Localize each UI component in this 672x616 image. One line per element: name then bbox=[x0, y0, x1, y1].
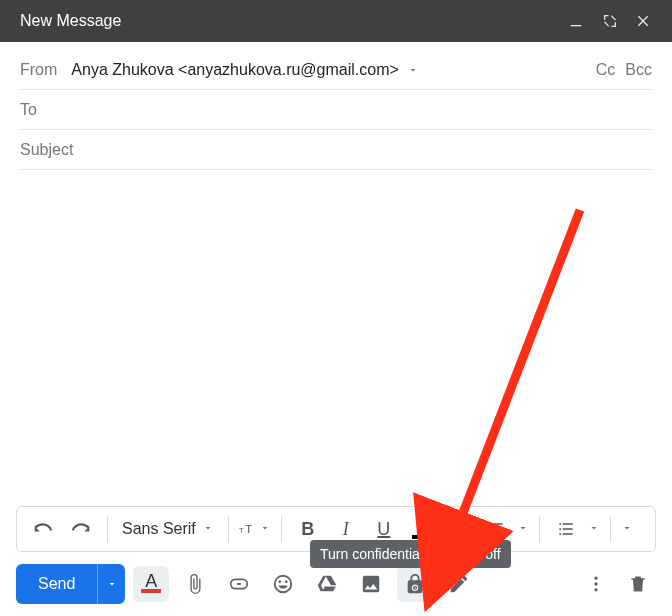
bold-button[interactable]: B bbox=[292, 513, 324, 545]
to-input[interactable] bbox=[51, 101, 652, 119]
formatting-toolbar: Sans Serif T T B I U A bbox=[16, 506, 656, 552]
insert-link-button[interactable] bbox=[221, 566, 257, 602]
titlebar: New Message bbox=[0, 0, 672, 42]
more-formatting-button[interactable] bbox=[621, 520, 633, 538]
more-options-button[interactable] bbox=[578, 566, 614, 602]
from-value[interactable]: Anya Zhukova <anyazhukova.ru@gmail.com> bbox=[71, 61, 399, 79]
confidential-mode-button[interactable] bbox=[397, 566, 433, 602]
insert-signature-button[interactable] bbox=[441, 566, 477, 602]
to-row[interactable]: To bbox=[20, 90, 652, 130]
fullscreen-button[interactable] bbox=[596, 7, 624, 35]
from-row: From Anya Zhukova <anyazhukova.ru@gmail.… bbox=[20, 50, 652, 90]
svg-point-4 bbox=[594, 582, 597, 585]
text-color-button[interactable]: A bbox=[406, 519, 440, 539]
chevron-down-icon[interactable] bbox=[517, 520, 529, 538]
send-button[interactable]: Send bbox=[16, 564, 97, 604]
redo-button[interactable] bbox=[65, 513, 97, 545]
message-body-editor[interactable] bbox=[20, 180, 652, 496]
insert-drive-button[interactable] bbox=[309, 566, 345, 602]
separator bbox=[228, 516, 229, 542]
send-group: Send bbox=[16, 564, 125, 604]
red-underline-bar bbox=[141, 589, 161, 593]
list-button[interactable] bbox=[550, 513, 582, 545]
from-label: From bbox=[20, 61, 57, 79]
insert-photo-button[interactable] bbox=[353, 566, 389, 602]
italic-button[interactable]: I bbox=[330, 513, 362, 545]
text-color-bar bbox=[412, 535, 434, 539]
svg-point-3 bbox=[594, 577, 597, 580]
message-body-area[interactable] bbox=[0, 170, 672, 506]
header-fields: From Anya Zhukova <anyazhukova.ru@gmail.… bbox=[0, 42, 672, 170]
svg-text:T: T bbox=[239, 526, 244, 535]
subject-row[interactable] bbox=[20, 130, 652, 170]
chevron-down-icon[interactable] bbox=[588, 520, 600, 538]
insert-emoji-button[interactable] bbox=[265, 566, 301, 602]
svg-rect-0 bbox=[571, 25, 582, 26]
text-color-A-icon: A bbox=[416, 519, 429, 533]
attach-file-button[interactable] bbox=[177, 566, 213, 602]
undo-button[interactable] bbox=[27, 513, 59, 545]
separator bbox=[107, 516, 108, 542]
subject-input[interactable] bbox=[20, 141, 652, 159]
font-family-label: Sans Serif bbox=[122, 520, 196, 538]
to-label: To bbox=[20, 101, 37, 119]
separator bbox=[539, 516, 540, 542]
bottom-toolbar: Send A Turn confidential bbox=[0, 552, 672, 616]
underline-button[interactable]: U bbox=[368, 513, 400, 545]
chevron-down-icon bbox=[202, 520, 214, 538]
chevron-down-icon bbox=[259, 520, 271, 538]
discard-draft-button[interactable] bbox=[620, 566, 656, 602]
align-button[interactable] bbox=[479, 513, 511, 545]
bcc-link[interactable]: Bcc bbox=[625, 61, 652, 79]
send-options-button[interactable] bbox=[97, 564, 125, 604]
from-dropdown-icon[interactable] bbox=[407, 64, 419, 76]
cc-link[interactable]: Cc bbox=[596, 61, 616, 79]
minimize-button[interactable] bbox=[562, 7, 590, 35]
separator bbox=[281, 516, 282, 542]
svg-point-5 bbox=[594, 588, 597, 591]
close-button[interactable] bbox=[630, 7, 658, 35]
svg-text:T: T bbox=[245, 523, 252, 535]
window-title: New Message bbox=[20, 12, 121, 30]
formatting-options-button[interactable]: A bbox=[133, 566, 169, 602]
letter-A-icon: A bbox=[145, 575, 157, 587]
font-family-select[interactable]: Sans Serif bbox=[118, 520, 218, 538]
separator bbox=[610, 516, 611, 542]
separator bbox=[468, 516, 469, 542]
chevron-down-icon[interactable] bbox=[446, 520, 458, 538]
font-size-button[interactable]: T T bbox=[239, 513, 271, 545]
